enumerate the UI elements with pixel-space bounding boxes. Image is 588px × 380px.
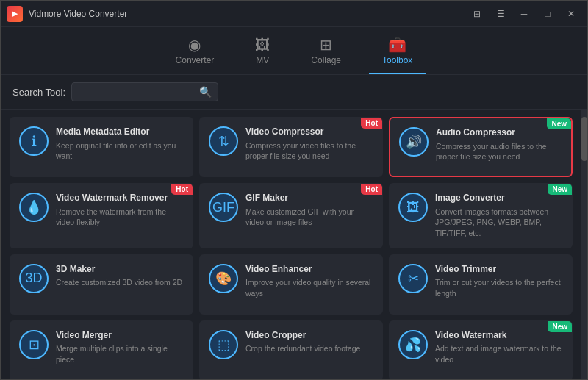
tool-title-image-converter: Image Converter [435, 193, 563, 204]
minimize-btn[interactable]: ─ [514, 6, 534, 22]
tool-icon-video-watermark-remover: 💧 [19, 193, 49, 222]
close-btn[interactable]: ✕ [561, 6, 581, 22]
tool-card-video-merger[interactable]: ⊡ Video Merger Merge multiple clips into… [10, 320, 193, 380]
badge-gif-maker: Hot [361, 184, 382, 195]
badge-video-watermark: New [548, 321, 572, 332]
app-title: Vidmore Video Converter [29, 9, 127, 19]
title-bar-controls[interactable]: ⊟ ☰ ─ □ ✕ [467, 6, 581, 22]
tool-info-video-watermark-remover: Video Watermark Remover Remove the water… [56, 193, 184, 228]
maximize-btn[interactable]: □ [537, 6, 558, 22]
title-bar: ▶ Vidmore Video Converter ⊟ ☰ ─ □ ✕ [1, 1, 587, 27]
tool-card-video-enhancer[interactable]: 🎨 Video Enhancer Improve your video qual… [199, 254, 383, 315]
tab-converter[interactable]: ◉ Converter [162, 33, 228, 74]
tab-mv-label: MV [256, 55, 269, 65]
converter-icon: ◉ [188, 37, 201, 52]
tool-header-gif-maker: GIF GIF Maker Make customized GIF with y… [209, 193, 373, 228]
badge-video-watermark-remover: Hot [171, 184, 193, 195]
tool-header-video-watermark-remover: 💧 Video Watermark Remover Remove the wat… [19, 193, 184, 228]
tool-header-3d-maker: 3D 3D Maker Create customized 3D video f… [19, 264, 184, 293]
tool-title-media-metadata-editor: Media Metadata Editor [56, 126, 184, 138]
tab-collage[interactable]: ⊞ Collage [298, 33, 354, 74]
tool-header-video-trimmer: ✂ Video Trimmer Trim or cut your videos … [398, 264, 563, 299]
nav-tabs: ◉ Converter 🖼 MV ⊞ Collage 🧰 Toolbox [1, 27, 587, 75]
tool-header-media-metadata-editor: ℹ Media Metadata Editor Keep original fi… [19, 126, 184, 162]
tool-icon-image-converter: 🖼 [398, 193, 428, 222]
tool-info-3d-maker: 3D Maker Create customized 3D video from… [56, 264, 184, 288]
toolbox-icon: 🧰 [388, 37, 406, 52]
tool-info-video-merger: Video Merger Merge multiple clips into a… [56, 330, 184, 365]
tool-icon-media-metadata-editor: ℹ [19, 126, 49, 156]
tool-icon-video-enhancer: 🎨 [209, 264, 238, 293]
tool-info-video-trimmer: Video Trimmer Trim or cut your videos to… [435, 264, 563, 299]
app-icon: ▶ [7, 6, 23, 22]
collage-icon: ⊞ [320, 37, 332, 52]
tool-card-video-watermark-remover[interactable]: Hot 💧 Video Watermark Remover Remove the… [10, 183, 193, 248]
tool-card-video-compressor[interactable]: Hot ⇅ Video Compressor Compress your vid… [199, 117, 383, 177]
tool-icon-video-watermark: 💦 [398, 330, 428, 359]
search-bar: Search Tool: 🔍 [1, 75, 587, 110]
tool-info-video-compressor: Video Compressor Compress your video fil… [245, 126, 373, 162]
search-label: Search Tool: [12, 87, 65, 98]
badge-video-compressor: Hot [361, 118, 382, 129]
menu-btn[interactable]: ☰ [490, 6, 511, 22]
tool-header-video-merger: ⊡ Video Merger Merge multiple clips into… [19, 330, 184, 365]
tool-info-audio-compressor: Audio Compressor Compress your audio fil… [436, 127, 562, 162]
tool-title-video-watermark: Video Watermark [435, 330, 563, 342]
tool-title-video-watermark-remover: Video Watermark Remover [56, 193, 184, 204]
tool-desc-video-merger: Merge multiple clips into a single piece [56, 343, 184, 365]
tool-title-video-trimmer: Video Trimmer [435, 264, 563, 276]
tab-converter-label: Converter [176, 55, 215, 65]
tool-title-video-compressor: Video Compressor [245, 126, 373, 138]
tool-desc-image-converter: Convert images formats between JPG/JPEG,… [435, 207, 563, 239]
tool-card-audio-compressor[interactable]: New 🔊 Audio Compressor Compress your aud… [389, 117, 573, 177]
tool-desc-media-metadata-editor: Keep original file info or edit as you w… [56, 140, 184, 162]
tool-card-video-cropper[interactable]: ⬚ Video Cropper Crop the redundant video… [199, 320, 383, 380]
tool-header-audio-compressor: 🔊 Audio Compressor Compress your audio f… [399, 127, 562, 162]
search-input-wrap[interactable]: 🔍 [71, 82, 218, 101]
search-icon[interactable]: 🔍 [199, 86, 212, 98]
badge-image-converter: New [548, 184, 572, 195]
tool-desc-video-enhancer: Improve your video quality in several wa… [245, 277, 373, 298]
tool-card-image-converter[interactable]: New 🖼 Image Converter Convert images for… [389, 183, 573, 248]
tab-toolbox[interactable]: 🧰 Toolbox [369, 33, 426, 74]
tool-title-video-merger: Video Merger [56, 330, 184, 342]
tool-card-video-watermark[interactable]: New 💦 Video Watermark Add text and image… [389, 320, 573, 380]
tab-collage-label: Collage [311, 55, 341, 65]
tool-header-image-converter: 🖼 Image Converter Convert images formats… [398, 193, 563, 239]
tool-icon-gif-maker: GIF [209, 193, 238, 222]
tool-title-video-enhancer: Video Enhancer [245, 264, 373, 276]
tool-desc-video-watermark: Add text and image watermark to the vide… [435, 343, 563, 365]
tools-grid: ℹ Media Metadata Editor Keep original fi… [1, 110, 581, 380]
scrollbar-thumb[interactable] [581, 117, 587, 161]
tool-card-video-trimmer[interactable]: ✂ Video Trimmer Trim or cut your videos … [389, 254, 573, 315]
badge-audio-compressor: New [547, 118, 571, 129]
title-bar-left: ▶ Vidmore Video Converter [7, 6, 127, 22]
tool-card-3d-maker[interactable]: 3D 3D Maker Create customized 3D video f… [10, 254, 193, 315]
tool-header-video-compressor: ⇅ Video Compressor Compress your video f… [209, 126, 373, 162]
tool-desc-gif-maker: Make customized GIF with your video or i… [245, 207, 373, 228]
scrollbar[interactable] [581, 110, 587, 380]
search-input[interactable] [78, 87, 199, 98]
tool-card-gif-maker[interactable]: Hot GIF GIF Maker Make customized GIF wi… [199, 183, 383, 248]
tool-title-3d-maker: 3D Maker [56, 264, 184, 276]
tool-title-audio-compressor: Audio Compressor [436, 127, 562, 139]
tool-desc-audio-compressor: Compress your audio files to the proper … [436, 141, 562, 162]
tab-mv[interactable]: 🖼 MV [242, 33, 283, 74]
tool-info-gif-maker: GIF Maker Make customized GIF with your … [245, 193, 373, 228]
tool-info-video-cropper: Video Cropper Crop the redundant video f… [245, 330, 373, 354]
tool-card-media-metadata-editor[interactable]: ℹ Media Metadata Editor Keep original fi… [10, 117, 193, 177]
tool-desc-video-cropper: Crop the redundant video footage [245, 343, 373, 354]
tool-desc-video-watermark-remover: Remove the watermark from the video flex… [56, 207, 184, 228]
mini-btn[interactable]: ⊟ [467, 6, 487, 22]
tool-header-video-cropper: ⬚ Video Cropper Crop the redundant video… [209, 330, 373, 359]
tool-info-media-metadata-editor: Media Metadata Editor Keep original file… [56, 126, 184, 162]
tool-icon-video-compressor: ⇅ [209, 126, 238, 156]
tab-toolbox-label: Toolbox [382, 55, 412, 65]
tool-icon-audio-compressor: 🔊 [399, 127, 429, 157]
tool-header-video-watermark: 💦 Video Watermark Add text and image wat… [398, 330, 563, 365]
tool-desc-video-compressor: Compress your video files to the proper … [245, 140, 373, 162]
tool-icon-3d-maker: 3D [19, 264, 49, 293]
tool-info-image-converter: Image Converter Convert images formats b… [435, 193, 563, 239]
tool-header-video-enhancer: 🎨 Video Enhancer Improve your video qual… [209, 264, 373, 299]
tool-icon-video-cropper: ⬚ [209, 330, 238, 359]
